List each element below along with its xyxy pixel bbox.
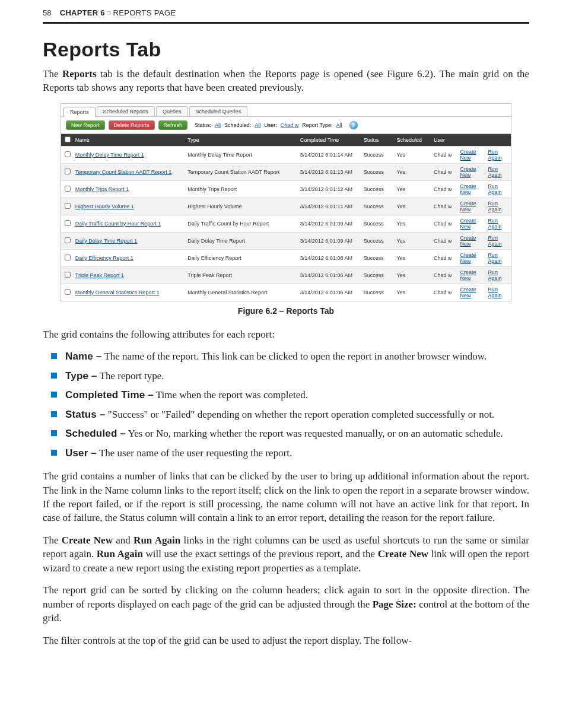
filter-type-value[interactable]: All: [336, 122, 342, 128]
row-checkbox[interactable]: [65, 237, 71, 243]
col-run: [484, 134, 511, 147]
tab-bar: Reports Scheduled Reports Queries Schedu…: [61, 104, 511, 116]
status: Success: [360, 284, 393, 301]
bullet-term: User –: [65, 447, 97, 459]
run-again-link[interactable]: Run Again: [488, 218, 501, 230]
tab-scheduled-queries[interactable]: Scheduled Queries: [189, 106, 248, 116]
row-checkbox[interactable]: [65, 220, 71, 226]
refresh-button[interactable]: Refresh: [158, 120, 188, 130]
table-row: Daily Delay Time Report 1Daily Delay Tim…: [61, 232, 511, 249]
report-name-link-cell: Temporary Count Station AADT Report 1: [72, 163, 185, 180]
tab-reports[interactable]: Reports: [63, 107, 96, 117]
row-checkbox-cell: [61, 232, 72, 249]
row-checkbox-cell: [61, 249, 72, 266]
tab-scheduled-reports[interactable]: Scheduled Reports: [97, 106, 155, 116]
bullet-text: "Success" or "Failed" depending on wheth…: [106, 409, 495, 420]
row-checkbox-cell: [61, 198, 72, 215]
create-new-link[interactable]: Create New: [460, 287, 476, 298]
run-again-link[interactable]: Run Again: [488, 252, 501, 264]
create-new-link[interactable]: Create New: [460, 218, 476, 230]
col-type[interactable]: Type: [184, 134, 297, 147]
row-checkbox[interactable]: [65, 203, 71, 209]
run-again-link[interactable]: Run Again: [488, 287, 501, 298]
report-type: Monthly Delay Time Report: [184, 146, 297, 163]
run-again-link[interactable]: Run Again: [488, 235, 501, 247]
run-again-link-cell: Run Again: [484, 284, 511, 301]
col-completed[interactable]: Completed Time: [297, 134, 360, 147]
col-user[interactable]: User: [430, 134, 457, 147]
scheduled: Yes: [393, 163, 430, 180]
section-title: Reports Tab: [43, 38, 529, 61]
create-new-link[interactable]: Create New: [460, 166, 476, 178]
filter-user-value[interactable]: Chad w: [281, 122, 299, 128]
report-type: Triple Peak Report: [184, 266, 297, 284]
create-new-link-cell: Create New: [457, 215, 485, 232]
row-checkbox[interactable]: [65, 272, 71, 278]
row-checkbox[interactable]: [65, 289, 71, 295]
create-new-link[interactable]: Create New: [460, 235, 476, 247]
report-name-link-cell: Daily Efficiency Report 1: [72, 249, 185, 266]
run-again-link-cell: Run Again: [484, 232, 511, 249]
status: Success: [360, 249, 393, 266]
para-shortcuts: The Create New and Run Again links in th…: [43, 533, 529, 575]
status: Success: [360, 215, 393, 232]
report-name-link[interactable]: Monthly Trips Report 1: [75, 186, 129, 192]
para-links: The grid contains a number of links that…: [43, 469, 529, 525]
run-again-link[interactable]: Run Again: [488, 201, 501, 212]
report-type: Monthly General Statistics Report: [184, 284, 297, 301]
scheduled: Yes: [393, 180, 430, 198]
status: Success: [360, 198, 393, 215]
run-again-link[interactable]: Run Again: [488, 166, 501, 178]
status: Success: [360, 180, 393, 198]
status: Success: [360, 146, 393, 163]
user: Chad w: [430, 163, 457, 180]
help-icon[interactable]: ?: [349, 121, 358, 129]
create-new-link[interactable]: Create New: [460, 252, 476, 264]
tab-queries[interactable]: Queries: [156, 106, 188, 116]
create-new-link-cell: Create New: [457, 249, 485, 266]
report-name-link[interactable]: Triple Peak Report 1: [75, 272, 124, 278]
report-name-link-cell: Monthly Trips Report 1: [72, 180, 185, 198]
new-report-button[interactable]: New Report: [66, 120, 105, 130]
row-checkbox[interactable]: [65, 186, 71, 192]
delete-reports-button[interactable]: Delete Reports: [109, 120, 155, 130]
report-name-link[interactable]: Daily Delay Time Report 1: [75, 238, 138, 244]
col-status[interactable]: Status: [360, 134, 393, 147]
user: Chad w: [430, 180, 457, 198]
completed-time: 3/14/2012 6:01:14 AM: [297, 146, 360, 163]
report-name-link[interactable]: Temporary Count Station AADT Report 1: [75, 169, 171, 175]
scheduled: Yes: [393, 232, 430, 249]
row-checkbox[interactable]: [65, 169, 71, 174]
col-scheduled[interactable]: Scheduled: [393, 134, 430, 147]
report-type: Monthly Trips Report: [184, 180, 297, 198]
run-again-link[interactable]: Run Again: [488, 183, 501, 195]
col-select-all[interactable]: [61, 134, 72, 147]
create-new-link[interactable]: Create New: [460, 201, 476, 212]
report-name-link-cell: Triple Peak Report 1: [72, 266, 185, 284]
filter-status-value[interactable]: All: [215, 122, 221, 128]
chapter-label: CHAPTER 6: [60, 8, 105, 17]
report-name-link[interactable]: Monthly Delay Time Report 1: [75, 152, 144, 158]
select-all-checkbox[interactable]: [65, 136, 71, 142]
table-row: Highest Hourly Volume 1Highest Hourly Vo…: [61, 198, 511, 215]
create-new-link[interactable]: Create New: [460, 149, 476, 161]
report-name-link[interactable]: Daily Efficiency Report 1: [75, 255, 133, 261]
row-checkbox-cell: [61, 163, 72, 180]
filter-scheduled-value[interactable]: All: [255, 122, 260, 128]
row-checkbox-cell: [61, 215, 72, 232]
create-new-link-cell: Create New: [457, 266, 485, 284]
report-name-link[interactable]: Monthly General Statistics Report 1: [75, 290, 160, 295]
row-checkbox[interactable]: [65, 151, 71, 157]
create-new-link[interactable]: Create New: [460, 269, 476, 281]
user: Chad w: [430, 284, 457, 301]
row-checkbox[interactable]: [65, 255, 71, 260]
page-number: 58: [43, 8, 52, 17]
report-name-link[interactable]: Highest Hourly Volume 1: [75, 204, 134, 209]
col-name[interactable]: Name: [72, 134, 185, 147]
user: Chad w: [430, 198, 457, 215]
run-again-link[interactable]: Run Again: [488, 269, 501, 281]
report-name-link[interactable]: Daily Traffic Count by Hour Report 1: [75, 221, 161, 227]
run-again-link[interactable]: Run Again: [488, 149, 501, 161]
create-new-link-cell: Create New: [457, 232, 485, 249]
create-new-link[interactable]: Create New: [460, 183, 476, 195]
